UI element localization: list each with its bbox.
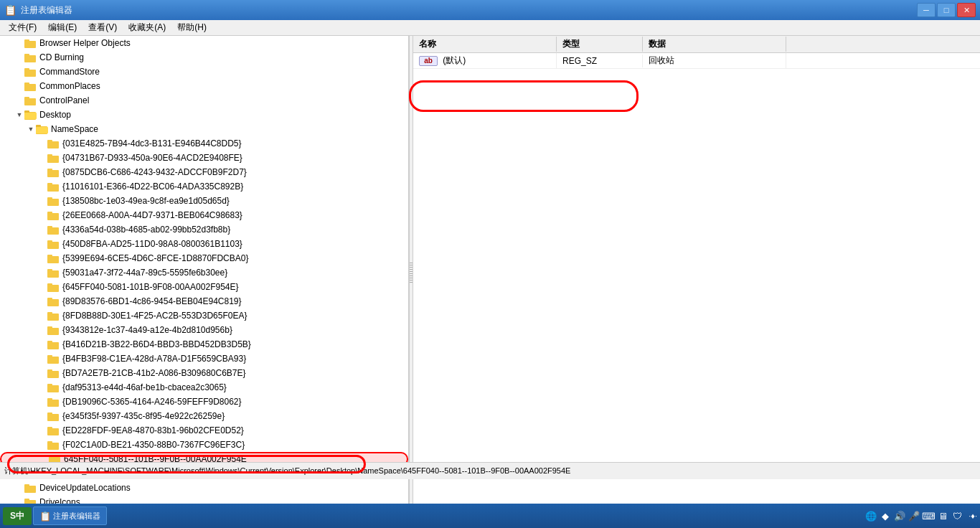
svg-rect-55	[47, 412, 52, 415]
tray-diamond-icon[interactable]: ◆	[880, 510, 891, 522]
tree-item[interactable]: {645FF040-5081-101B-9F08-00AA002F954E}	[0, 280, 408, 294]
svg-rect-47	[47, 355, 52, 358]
maximize-button[interactable]: □	[937, 3, 956, 17]
expand-placeholder	[14, 67, 24, 77]
tree-item[interactable]: {e345f35f-9397-435c-8f95-4e922c26259e}	[0, 409, 408, 423]
col-name-header: 名称	[413, 37, 557, 52]
svg-rect-39	[47, 298, 52, 301]
tree-item[interactable]: {89D83576-6BD1-4c86-9454-BEB04E94C819}	[0, 294, 408, 308]
tree-item[interactable]: CD Burning	[0, 50, 408, 65]
svg-rect-43	[47, 326, 52, 329]
svg-rect-33	[47, 255, 52, 258]
taskbar-item-regedit[interactable]: 📋 注册表编辑器	[33, 506, 107, 525]
tree-item-label: {e345f35f-9397-435c-8f95-4e922c26259e}	[62, 411, 225, 421]
expand-placeholder	[37, 153, 47, 163]
tree-item[interactable]: DeviceUpdateLocations	[0, 481, 408, 495]
tree-item[interactable]: ▼ NameSpace	[0, 122, 408, 136]
expand-placeholder	[37, 425, 47, 435]
menu-favorites[interactable]: 收藏夹(A)	[123, 20, 171, 35]
folder-closed-icon	[24, 95, 37, 106]
svg-rect-49	[47, 369, 52, 372]
taskbar-tray: 🌐 ◆ 🔊 🎤 ⌨ 🖥 🛡 ·♦·	[865, 510, 977, 522]
expand-placeholder	[37, 196, 47, 206]
expand-icon[interactable]: ▼	[14, 110, 24, 120]
folder-closed-icon	[47, 267, 60, 278]
tree-item[interactable]: {59031a47-3f72-44a7-89c5-5595fe6b30ee}	[0, 265, 408, 280]
tree-item[interactable]: {5399E694-6CE5-4D6C-8FCE-1D8870FDCBA0}	[0, 251, 408, 265]
expand-placeholder	[37, 210, 47, 220]
tree-item-label: DeviceUpdateLocations	[39, 483, 131, 493]
expand-placeholder	[37, 325, 47, 335]
tree-item-label: CD Burning	[39, 52, 84, 62]
menu-view[interactable]: 查看(V)	[83, 20, 123, 35]
tree-item[interactable]: {450D8FBA-AD25-11D0-98A8-0800361B1103}	[0, 237, 408, 251]
tree-item-label: NameSpace	[51, 124, 98, 134]
tray-mic-icon[interactable]: 🎤	[908, 510, 920, 522]
tree-item[interactable]: {B416D21B-3B22-B6D4-BBD3-BBD452DB3D5B}	[0, 337, 408, 352]
tree-item[interactable]: {031E4825-7B94-4dc3-B131-E946B44C8DD5}	[0, 136, 408, 151]
registry-tree[interactable]: Browser Helper Objects CD Burning Comman…	[0, 36, 409, 511]
tree-item[interactable]: {ED228FDF-9EA8-4870-83b1-96b02CFE0D52}	[0, 423, 408, 438]
tree-item[interactable]: CommandStore	[0, 65, 408, 79]
menu-edit[interactable]: 编辑(E)	[42, 20, 83, 35]
folder-closed-icon	[24, 482, 37, 494]
tree-item-label: {59031a47-3f72-44a7-89c5-5595fe6b30ee}	[62, 268, 227, 278]
tree-item[interactable]: {0875DCB6-C686-4243-9432-ADCCF0B9F2D7}	[0, 165, 408, 179]
tree-item-label: {4336a54d-038b-4685-ab02-99bb52d3fb8b}	[62, 225, 230, 235]
expand-icon[interactable]: ▼	[26, 124, 36, 134]
expand-placeholder	[37, 225, 47, 235]
tree-item[interactable]: Browser Helper Objects	[0, 36, 408, 50]
menu-file[interactable]: 文件(F)	[3, 20, 42, 35]
svg-rect-65	[24, 484, 29, 487]
tray-internet-icon[interactable]: 🌐	[865, 510, 877, 522]
tray-monitor-icon[interactable]: 🖥	[937, 510, 948, 522]
detail-cell-data: 回收站	[643, 53, 786, 68]
expand-placeholder	[14, 483, 24, 493]
tree-item-label: {04731B67-D933-450a-90E6-4ACD2E9408FE}	[62, 153, 242, 163]
tree-item-label: {ED228FDF-9EA8-4870-83b1-96b02CFE0D52}	[62, 425, 244, 435]
minimize-button[interactable]: ─	[917, 3, 936, 17]
tree-item[interactable]: {11016101-E366-4D22-BC06-4ADA335C892B}	[0, 179, 408, 194]
tree-item[interactable]: {9343812e-1c37-4a49-a12e-4b2d810d956b}	[0, 323, 408, 337]
start-button[interactable]: S中	[3, 507, 32, 525]
expand-placeholder	[37, 311, 47, 321]
svg-rect-31	[47, 240, 52, 243]
tray-shield-icon[interactable]: 🛡	[951, 510, 963, 522]
tree-item[interactable]: CommonPlaces	[0, 79, 408, 93]
svg-rect-27	[47, 212, 52, 214]
tray-volume-icon[interactable]: 🔊	[894, 510, 905, 522]
tree-item[interactable]: {4336a54d-038b-4685-ab02-99bb52d3fb8b}	[0, 222, 408, 237]
tray-keyboard-icon[interactable]: ⌨	[923, 510, 934, 522]
tree-item[interactable]: {daf95313-e44d-46af-be1b-cbacea2c3065}	[0, 380, 408, 395]
folder-closed-icon	[47, 152, 60, 164]
svg-rect-59	[47, 441, 52, 444]
svg-rect-51	[47, 384, 52, 387]
tree-item[interactable]: {DB19096C-5365-4164-A246-59FEFF9D8062}	[0, 395, 408, 409]
folder-closed-icon	[47, 367, 60, 379]
folder-closed-icon	[47, 296, 60, 307]
folder-closed-icon	[47, 253, 60, 264]
tree-item[interactable]: {8FD8B88D-30E1-4F25-AC2B-553D3D65F0EA}	[0, 308, 408, 323]
svg-rect-35	[47, 269, 52, 272]
tree-item[interactable]: {BD7A2E7B-21CB-41b2-A086-B309680C6B7E}	[0, 366, 408, 380]
tree-item[interactable]: {26EE0668-A00A-44D7-9371-BEB064C98683}	[0, 208, 408, 222]
tree-item[interactable]: {B4FB3F98-C1EA-428d-A78A-D1F5659CBA93}	[0, 352, 408, 366]
detail-row[interactable]: ab (默认) REG_SZ 回收站	[413, 53, 980, 69]
tree-item-label: CommandStore	[39, 67, 100, 77]
tree-item-label: {B4FB3F98-C1EA-428d-A78A-D1F5659CBA93}	[62, 354, 246, 364]
folder-closed-icon	[47, 339, 60, 350]
folder-closed-icon	[24, 66, 37, 77]
close-button[interactable]: ✕	[957, 3, 976, 17]
menu-help[interactable]: 帮助(H)	[171, 20, 212, 35]
svg-rect-45	[47, 341, 52, 344]
registry-values[interactable]: 名称 类型 数据 ab (默认) REG_SZ 回收站	[413, 36, 980, 511]
tree-item-label: CommonPlaces	[39, 81, 100, 91]
tree-item[interactable]: {04731B67-D933-450a-90E6-4ACD2E9408FE}	[0, 151, 408, 165]
expand-placeholder	[14, 95, 24, 105]
tree-item[interactable]: ▼ Desktop	[0, 108, 408, 122]
tree-item-label: {8FD8B88D-30E1-4F25-AC2B-553D3D65F0EA}	[62, 311, 247, 321]
tree-item[interactable]: ControlPanel	[0, 93, 408, 108]
tree-item[interactable]: {138508bc-1e03-49ea-9c8f-ea9e1d05d65d}	[0, 194, 408, 208]
tree-item[interactable]: {F02C1A0D-BE21-4350-88B0-7367FC96EF3C}	[0, 438, 408, 452]
tree-item-label: {26EE0668-A00A-44D7-9371-BEB064C98683}	[62, 210, 242, 220]
